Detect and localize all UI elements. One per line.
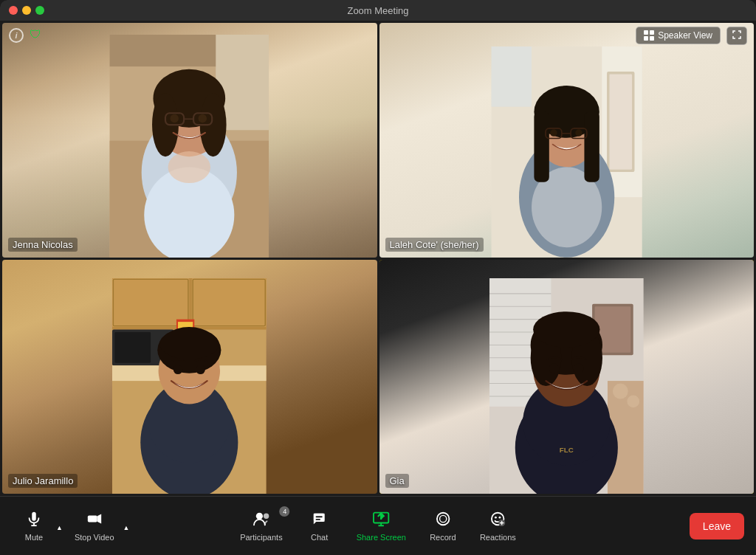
toolbar: Mute ▲ Stop Video ▲: [0, 496, 756, 555]
svg-rect-84: [32, 511, 36, 520]
svg-point-37: [575, 129, 583, 137]
svg-point-100: [437, 512, 450, 525]
window-title: Zoom Meeting: [347, 5, 408, 16]
jenna-avatar: [49, 35, 330, 258]
gia-avatar: FLC: [426, 278, 707, 494]
svg-point-17: [171, 114, 179, 123]
record-label: Record: [430, 533, 456, 542]
svg-point-54: [159, 328, 219, 359]
participants-button[interactable]: 4 Participants: [231, 505, 291, 548]
chat-icon: [312, 511, 328, 530]
julio-name-label: Julio Jaramillo: [8, 474, 78, 488]
svg-rect-93: [316, 516, 323, 517]
top-bar-left: i 🛡: [9, 28, 44, 43]
stop-video-label: Stop Video: [75, 533, 114, 542]
participants-label: Participants: [240, 533, 282, 542]
maximize-button[interactable]: [35, 6, 44, 15]
svg-point-36: [550, 129, 557, 137]
svg-point-55: [173, 365, 183, 374]
svg-rect-91: [314, 513, 325, 521]
mute-caret[interactable]: ▲: [53, 515, 66, 537]
participants-count: 4: [280, 506, 290, 517]
microphone-icon: [26, 511, 42, 530]
svg-point-71: [613, 383, 628, 399]
speaker-view-button[interactable]: Speaker View: [636, 27, 721, 44]
svg-marker-88: [97, 514, 101, 523]
laleh-name-label: Laleh Cote' (she/her): [385, 238, 484, 252]
window-controls: [9, 6, 44, 15]
svg-rect-24: [609, 74, 632, 169]
svg-rect-0: [644, 30, 648, 35]
svg-rect-2: [644, 36, 648, 41]
share-screen-button[interactable]: Share Screen: [348, 505, 415, 548]
svg-rect-94: [316, 519, 320, 520]
mute-label: Mute: [25, 533, 43, 542]
video-grid: Jenna Nicolas: [0, 21, 756, 496]
share-screen-icon: [372, 511, 390, 530]
leave-button[interactable]: Leave: [690, 513, 744, 540]
svg-rect-31: [534, 111, 549, 182]
record-icon: [435, 511, 451, 530]
laleh-person-container: [379, 23, 755, 258]
top-bar: i 🛡 Speaker View: [0, 21, 756, 50]
video-camera-icon: [86, 511, 103, 530]
mute-button[interactable]: Mute: [12, 505, 56, 548]
video-cell-jenna: Jenna Nicolas: [2, 23, 377, 258]
stop-video-button[interactable]: Stop Video: [66, 505, 123, 548]
svg-rect-87: [88, 515, 97, 522]
toolbar-center-group: 4 Participants Chat: [231, 505, 525, 548]
fullscreen-button[interactable]: [726, 27, 747, 45]
jenna-name-label: Jenna Nicolas: [8, 238, 78, 252]
fullscreen-icon: [732, 30, 741, 39]
svg-point-90: [264, 513, 269, 518]
close-button[interactable]: [9, 6, 18, 15]
minimize-button[interactable]: [22, 6, 31, 15]
record-button[interactable]: Record: [421, 505, 465, 548]
julio-person-container: [2, 260, 377, 494]
toolbar-right-group: Leave: [690, 513, 744, 540]
share-screen-label: Share Screen: [357, 533, 406, 542]
julio-avatar: [49, 278, 330, 494]
chat-label: Chat: [311, 533, 328, 542]
top-bar-right: Speaker View: [636, 27, 747, 45]
svg-rect-25: [491, 46, 531, 107]
video-cell-gia: FLC Gia: [379, 260, 755, 494]
laleh-avatar: [436, 46, 698, 258]
svg-rect-32: [584, 111, 599, 182]
svg-point-72: [627, 395, 639, 407]
title-bar: Zoom Meeting: [0, 0, 756, 21]
svg-text:FLC: FLC: [560, 446, 574, 454]
svg-rect-41: [192, 278, 267, 327]
reactions-button[interactable]: Reactions: [471, 505, 525, 548]
svg-point-80: [533, 311, 599, 348]
svg-point-81: [549, 363, 560, 373]
svg-point-89: [256, 512, 263, 519]
svg-point-103: [495, 516, 497, 518]
svg-point-101: [439, 515, 446, 522]
video-cell-laleh: Laleh Cote' (she/her): [379, 23, 755, 258]
svg-point-82: [574, 363, 584, 373]
svg-rect-1: [650, 30, 654, 35]
info-icon[interactable]: i: [9, 28, 24, 43]
svg-point-20: [168, 151, 210, 183]
gia-name-label: Gia: [385, 474, 409, 488]
shield-icon: 🛡: [30, 28, 44, 43]
svg-point-56: [196, 365, 206, 374]
jenna-person-container: [2, 23, 377, 258]
toolbar-left-group: Mute ▲ Stop Video ▲: [12, 505, 132, 548]
svg-rect-3: [650, 36, 654, 41]
svg-point-18: [199, 114, 207, 123]
gia-person-container: FLC: [379, 260, 755, 494]
chat-button[interactable]: Chat: [298, 505, 342, 548]
grid-icon: [644, 30, 654, 41]
svg-rect-45: [115, 332, 151, 363]
svg-point-104: [499, 516, 501, 518]
video-caret[interactable]: ▲: [120, 515, 133, 537]
reactions-label: Reactions: [480, 533, 516, 542]
svg-marker-92: [314, 521, 317, 524]
reactions-icon: [489, 511, 506, 530]
video-cell-julio: Julio Jaramillo: [2, 260, 377, 494]
participants-icon: [252, 511, 270, 530]
